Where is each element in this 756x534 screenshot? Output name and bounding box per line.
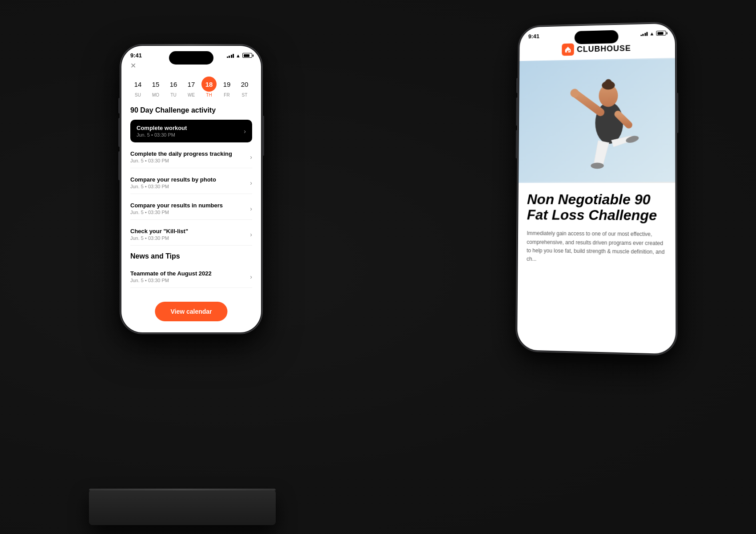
app-content-left: ✕ 14 Su 15 Mo 16 Tu: [121, 61, 261, 324]
day-number: 14: [130, 77, 145, 92]
activity-title: Compare your results by photo: [130, 176, 216, 183]
volume-down-button: [118, 151, 120, 180]
signal-icon-right: [640, 31, 648, 36]
activity-title: Compare your results in numbers: [130, 202, 223, 209]
day-label: We: [188, 93, 195, 97]
activity-meta: Jun. 5 • 03:30 PM: [130, 184, 216, 189]
wifi-icon: ▲: [236, 53, 241, 58]
challenge-description: Immediately gain access to one of our mo…: [527, 229, 666, 265]
calendar-day-18[interactable]: 18 Th: [201, 77, 217, 97]
fitness-hero-svg: [519, 58, 676, 183]
day-label: Tu: [170, 93, 176, 97]
svg-rect-3: [569, 50, 570, 51]
day-number: 17: [184, 77, 199, 92]
challenge-content: Non Negotiable 90 Fat Loss Challenge Imm…: [518, 183, 676, 265]
mute-button: [118, 98, 120, 113]
activity-section-title: 90 Day Challenge activity: [130, 106, 252, 114]
activity-title: Check your "Kill-list": [130, 228, 188, 235]
battery-icon: [242, 53, 252, 58]
brand-name: CLUBHOUSE: [577, 44, 631, 54]
activity-item-complete-workout[interactable]: Complete workout Jun. 5 • 03:30 PM ›: [130, 120, 252, 142]
wifi-icon-right: ▲: [650, 31, 655, 36]
app-content-right: CLUBHOUSE: [517, 39, 676, 345]
phone-right-frame: 9:41 ▲: [516, 22, 677, 355]
volume-down-button-right: [516, 130, 518, 158]
brand-logo: CLUBHOUSE: [562, 42, 631, 56]
phones-container: 9:41 ▲: [0, 0, 756, 534]
day-label: Th: [206, 93, 212, 97]
calendar-day-17: 17 We: [184, 77, 199, 97]
activity-title: Complete the daily progress tracking: [130, 150, 232, 157]
power-button-right: [676, 93, 678, 133]
calendar-week: 14 Su 15 Mo 16 Tu 17 We: [130, 77, 252, 97]
calendar-day-20: 20 St: [237, 77, 252, 97]
activity-item-progress[interactable]: Complete the daily progress tracking Jun…: [130, 146, 252, 168]
day-number: 20: [237, 77, 252, 92]
activity-title: Complete workout: [137, 125, 187, 131]
phone-left-screen: 9:41 ▲: [121, 46, 261, 332]
dynamic-island: [169, 51, 213, 65]
brand-icon: [562, 43, 575, 56]
chevron-right-icon: ›: [250, 273, 252, 280]
calendar-day-15: 15 Mo: [148, 77, 163, 97]
day-number-active: 18: [201, 77, 217, 92]
status-time-left: 9:41: [130, 52, 142, 59]
day-number: 19: [219, 77, 234, 92]
signal-icon: [227, 53, 234, 58]
chevron-right-icon: ›: [250, 205, 252, 212]
phone-left-frame: 9:41 ▲: [120, 44, 262, 334]
view-calendar-button[interactable]: View calendar: [155, 302, 227, 321]
chevron-right-icon: ›: [250, 179, 252, 186]
activity-meta: Jun. 5 • 03:30 PM: [130, 235, 188, 241]
pedestal: [89, 490, 276, 525]
status-icons-right: ▲: [640, 30, 666, 36]
battery-icon-right: [656, 31, 666, 36]
news-title: Teammate of the August 2022: [130, 270, 212, 277]
volume-up-button-right: [516, 97, 518, 126]
challenge-title: Non Negotiable 90 Fat Loss Challenge: [527, 192, 667, 224]
news-section-title: News and Tips: [130, 252, 252, 260]
svg-marker-1: [565, 47, 571, 50]
activity-item-numbers[interactable]: Compare your results in numbers Jun. 5 •…: [130, 198, 252, 220]
phone-left: 9:41 ▲: [120, 44, 262, 334]
news-item-teammate[interactable]: Teammate of the August 2022 Jun. 5 • 03:…: [130, 266, 252, 288]
day-label: St: [242, 93, 248, 97]
status-time-right: 9:41: [528, 33, 539, 40]
chevron-right-icon: ›: [244, 128, 246, 135]
calendar-day-14: 14 Su: [130, 77, 145, 97]
phone-right: 9:41 ▲: [516, 22, 676, 352]
svg-rect-2: [567, 51, 568, 53]
activity-meta: Jun. 5 • 03:30 PM: [137, 132, 187, 138]
activity-meta: Jun. 5 • 03:30 PM: [130, 210, 223, 215]
clubhouse-icon-svg: [565, 46, 572, 53]
phone-right-screen: 9:41 ▲: [517, 23, 676, 354]
hero-image: [519, 58, 676, 183]
day-label: Fr: [224, 93, 229, 97]
news-section: News and Tips Teammate of the August 202…: [130, 252, 252, 288]
chevron-right-icon: ›: [250, 154, 252, 161]
day-number: 16: [166, 77, 181, 92]
day-label: Mo: [152, 93, 159, 97]
calendar-day-19: 19 Fr: [219, 77, 234, 97]
svg-point-12: [591, 162, 603, 169]
dynamic-island-right: [575, 30, 619, 44]
activity-item-killlist[interactable]: Check your "Kill-list" Jun. 5 • 03:30 PM…: [130, 223, 252, 246]
calendar-day-16: 16 Tu: [166, 77, 181, 97]
activity-meta: Jun. 5 • 03:30 PM: [130, 158, 232, 163]
power-button: [262, 116, 264, 156]
day-number: 15: [148, 77, 163, 92]
mute-button-right: [516, 78, 518, 93]
status-icons-left: ▲: [227, 53, 252, 58]
chevron-right-icon: ›: [250, 231, 252, 238]
day-label: Su: [135, 93, 141, 97]
volume-up-button: [118, 118, 120, 147]
news-meta: Jun. 5 • 03:30 PM: [130, 278, 212, 283]
activity-item-photo[interactable]: Compare your results by photo Jun. 5 • 0…: [130, 172, 252, 194]
